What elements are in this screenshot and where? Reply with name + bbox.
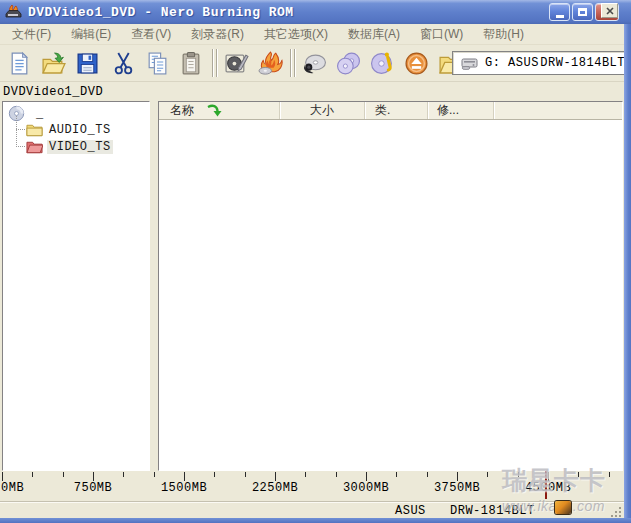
column-header-size[interactable]: 大小 — [280, 102, 365, 119]
write-compilation-button[interactable] — [221, 48, 252, 79]
column-label: 类. — [375, 102, 390, 119]
column-header-modified[interactable]: 修... — [428, 102, 494, 119]
column-header-blank — [494, 102, 622, 119]
disc-info-icon — [370, 51, 395, 76]
tree-item-video-ts[interactable]: VIDEO_TS — [26, 138, 113, 155]
menu-help[interactable]: 帮助(H) — [473, 24, 534, 44]
close-icon — [606, 7, 614, 15]
capacity-label: 3750MB — [434, 481, 480, 495]
copy-disc-button[interactable] — [255, 48, 286, 79]
capacity-label: 3000MB — [343, 481, 389, 495]
capacity-label: 4500MB — [525, 481, 571, 495]
menu-edit[interactable]: 编辑(E) — [61, 24, 121, 44]
minimize-button[interactable] — [549, 3, 570, 21]
menu-extras[interactable]: 其它选项(X) — [254, 24, 338, 44]
column-label: 大小 — [310, 102, 334, 119]
status-bar: ASUS DRW-1814BLT — [0, 501, 624, 518]
copy-icon — [145, 51, 170, 76]
capacity-label: 1500MB — [161, 481, 207, 495]
save-button[interactable] — [72, 48, 103, 79]
file-list-pane: 名称 大小 类. 修... — [158, 101, 623, 471]
tree-item-label: AUDIO_TS — [47, 123, 113, 137]
new-document-icon — [7, 51, 32, 76]
menu-database[interactable]: 数据库(A) — [338, 24, 410, 44]
open-button[interactable] — [38, 48, 69, 79]
menu-window[interactable]: 窗口(W) — [410, 24, 473, 44]
tree-connector — [16, 146, 25, 147]
toolbar-separator — [212, 49, 214, 77]
eject-icon — [404, 51, 429, 76]
folder-red-icon — [26, 140, 43, 154]
window-bottom-border — [0, 518, 631, 523]
drive-icon — [461, 56, 478, 70]
toolbar: G: ASUS DRW-1814BLT — [0, 45, 624, 82]
tree-item-audio-ts[interactable]: AUDIO_TS — [26, 121, 113, 138]
nero-app-icon — [5, 4, 22, 20]
capacity-limit-marker — [545, 471, 547, 499]
copy-disc-icon — [258, 51, 283, 76]
toolbar-separator — [290, 49, 292, 77]
title-bar: DVDVideo1_DVD - Nero Burning ROM — [0, 0, 631, 24]
tree-connector — [16, 129, 25, 130]
cut-button[interactable] — [108, 48, 139, 79]
capacity-label: 2250MB — [252, 481, 298, 495]
sort-arrow-icon — [207, 104, 222, 117]
paste-icon — [179, 51, 204, 76]
capacity-label: 750MB — [74, 481, 113, 495]
toolbar-separator — [294, 49, 296, 77]
burner-device-icon — [302, 51, 327, 76]
write-compilation-icon — [224, 51, 249, 76]
status-device-vendor: ASUS — [395, 504, 426, 518]
menu-recorder[interactable]: 刻录器(R) — [181, 24, 254, 44]
menu-file[interactable]: 文件(F) — [2, 24, 61, 44]
folder-yellow-icon — [26, 123, 43, 137]
menu-view[interactable]: 查看(V) — [121, 24, 181, 44]
status-device-model: DRW-1814BLT — [450, 504, 535, 518]
column-label: 名称 — [170, 102, 194, 119]
disc-copy-button[interactable] — [333, 48, 364, 79]
drive-selector-value: G: ASUS — [485, 56, 539, 70]
disc-info-button[interactable] — [367, 48, 398, 79]
tree-connector — [16, 116, 17, 147]
eject-button[interactable] — [401, 48, 432, 79]
disc-copy-icon — [336, 51, 361, 76]
compilation-title: DVDVideo1_DVD — [3, 85, 103, 99]
burner-device-button[interactable] — [299, 48, 330, 79]
open-folder-icon — [41, 51, 66, 76]
tree-item-label: VIDEO_TS — [47, 140, 113, 154]
tree-root-label: _ — [36, 107, 43, 121]
file-list-body[interactable] — [159, 120, 622, 470]
save-icon — [75, 51, 100, 76]
minimize-icon — [556, 15, 564, 18]
window-right-border — [624, 24, 631, 518]
tree-root-item[interactable]: _ — [8, 105, 43, 122]
menu-bar: 文件(F) 编辑(E) 查看(V) 刻录器(R) 其它选项(X) 数据库(A) … — [0, 24, 624, 45]
new-document-button[interactable] — [4, 48, 35, 79]
toolbar-separator — [216, 49, 218, 77]
capacity-label: 0MB — [1, 481, 24, 495]
file-list-header: 名称 大小 类. 修... — [159, 102, 622, 120]
paste-button[interactable] — [176, 48, 207, 79]
compilation-tree-pane[interactable]: _ AUDIO_TS VIDEO_TS — [2, 101, 150, 471]
cut-icon — [111, 51, 136, 76]
drive-selector-model: DRW-1814BLT — [540, 56, 625, 70]
resize-grip[interactable] — [610, 506, 622, 518]
capacity-ruler: 0MB 750MB 1500MB 2250MB 3000MB 3750MB 45… — [0, 471, 631, 501]
copy-button[interactable] — [142, 48, 173, 79]
column-header-type[interactable]: 类. — [365, 102, 428, 119]
drive-selector[interactable]: G: ASUS DRW-1814BLT — [452, 51, 629, 75]
window-title: DVDVideo1_DVD - Nero Burning ROM — [28, 5, 294, 20]
maximize-icon — [578, 8, 587, 16]
column-header-name[interactable]: 名称 — [159, 102, 280, 119]
compilation-close-button[interactable] — [601, 3, 618, 18]
maximize-button[interactable] — [572, 3, 593, 21]
column-label: 修... — [437, 102, 459, 119]
